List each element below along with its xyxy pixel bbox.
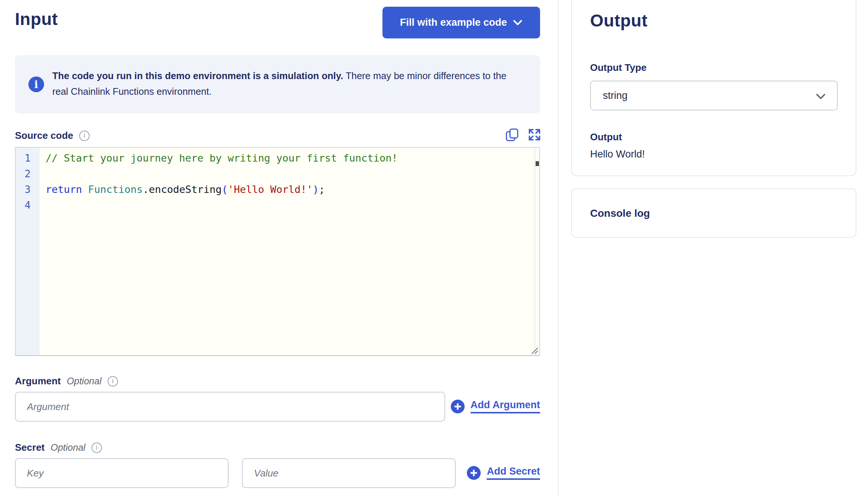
source-code-label: Source code (15, 130, 73, 141)
line-number: 4 (16, 197, 40, 213)
source-code-info-icon[interactable]: i (79, 131, 90, 141)
chevron-down-icon (513, 19, 523, 26)
secret-optional-label: Optional (51, 442, 86, 453)
copy-code-icon[interactable] (505, 128, 519, 142)
output-result-label: Output (590, 131, 622, 143)
output-type-label: Output Type (590, 62, 647, 74)
notice-bold-text: The code you run in this demo environmen… (52, 71, 343, 81)
code-line (46, 166, 539, 182)
chevron-down-icon (816, 93, 826, 100)
secret-key-input[interactable] (15, 458, 229, 488)
expand-code-icon[interactable] (527, 128, 542, 142)
editor-code[interactable]: // Start your journey here by writing yo… (40, 148, 539, 355)
plus-circle-icon (467, 466, 481, 480)
argument-label: Argument (15, 375, 61, 387)
output-type-selected-value: string (591, 90, 627, 101)
fill-with-example-code-button[interactable]: Fill with example code (382, 7, 540, 38)
add-argument-button[interactable]: Add Argument (451, 399, 540, 413)
input-panel-title: Input (15, 9, 58, 29)
info-icon: i (28, 76, 44, 92)
secret-label: Secret (15, 442, 45, 453)
console-log-label: Console log (590, 207, 650, 219)
add-secret-label: Add Secret (487, 466, 540, 480)
code-line (46, 197, 539, 213)
line-number: 2 (16, 166, 40, 182)
line-number: 1 (16, 150, 40, 166)
add-secret-button[interactable]: Add Secret (467, 466, 540, 480)
argument-input[interactable] (15, 392, 445, 422)
simulation-notice-banner: i The code you run in this demo environm… (15, 55, 540, 113)
line-number: 3 (16, 182, 40, 197)
editor-scrollbar-thumb[interactable] (536, 161, 539, 166)
output-result-value: Hello World! (590, 149, 645, 160)
secret-value-input[interactable] (242, 458, 456, 488)
editor-scrollbar[interactable] (534, 148, 539, 355)
add-argument-label: Add Argument (471, 399, 540, 413)
output-panel-title: Output (590, 10, 648, 31)
code-line: return Functions.encodeString('Hello Wor… (46, 182, 539, 197)
chainlink-functions-playground: Input Fill with example code i The code … (0, 0, 868, 497)
panel-divider (558, 0, 559, 497)
simulation-notice-text: The code you run in this demo environmen… (52, 68, 525, 99)
secret-info-icon[interactable]: i (92, 443, 102, 453)
editor-resize-handle[interactable] (530, 346, 539, 354)
code-line: // Start your journey here by writing yo… (46, 150, 539, 166)
argument-optional-label: Optional (67, 376, 102, 387)
plus-circle-icon (451, 400, 465, 413)
editor-gutter: 1234 (16, 148, 40, 355)
fill-with-example-code-label: Fill with example code (400, 17, 507, 28)
source-code-editor[interactable]: 1234 // Start your journey here by writi… (15, 147, 540, 356)
argument-info-icon[interactable]: i (108, 376, 118, 387)
output-type-select[interactable]: string (590, 81, 838, 110)
